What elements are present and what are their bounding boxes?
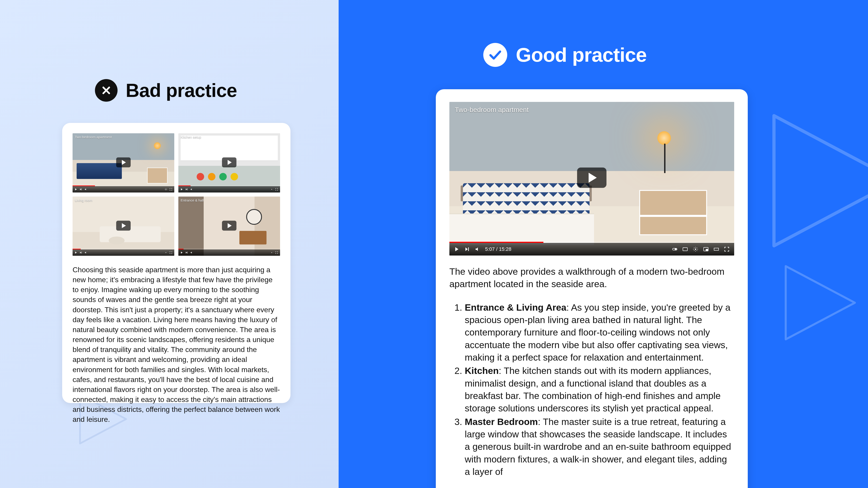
svg-rect-34 bbox=[706, 249, 708, 251]
check-circle-icon bbox=[483, 43, 507, 67]
svg-marker-19 bbox=[186, 252, 187, 254]
video-thumbnail[interactable]: Kitchen setup bbox=[178, 133, 280, 193]
svg-point-22 bbox=[272, 252, 272, 253]
volume-icon[interactable] bbox=[190, 188, 193, 191]
captions-icon[interactable] bbox=[682, 247, 688, 252]
svg-marker-21 bbox=[191, 252, 192, 254]
settings-icon[interactable] bbox=[164, 251, 167, 254]
theater-icon[interactable] bbox=[713, 247, 719, 252]
volume-icon[interactable] bbox=[190, 251, 193, 254]
good-practice-card: Two-bedroom apartment 5:07 / 15:28 The v… bbox=[436, 89, 748, 488]
play-icon[interactable] bbox=[180, 251, 183, 254]
svg-rect-5 bbox=[81, 188, 82, 190]
play-icon[interactable] bbox=[180, 188, 183, 191]
video-title: Kitchen setup bbox=[181, 135, 201, 139]
svg-marker-6 bbox=[85, 188, 86, 190]
bad-practice-card: Two-bedroom apartment Kitchen setup bbox=[62, 123, 290, 403]
next-icon[interactable] bbox=[185, 251, 188, 254]
svg-point-30 bbox=[675, 249, 676, 250]
fullscreen-icon[interactable] bbox=[169, 251, 173, 254]
svg-marker-25 bbox=[455, 247, 458, 251]
settings-icon[interactable] bbox=[164, 188, 167, 191]
bad-practice-header: Bad practice bbox=[95, 79, 237, 102]
good-practice-header: Good practice bbox=[483, 43, 647, 67]
video-title: Two-bedroom apartment bbox=[75, 135, 112, 139]
fullscreen-icon[interactable] bbox=[169, 188, 173, 191]
play-icon[interactable] bbox=[116, 221, 131, 231]
svg-point-7 bbox=[166, 189, 166, 190]
fullscreen-icon[interactable] bbox=[275, 188, 278, 191]
svg-rect-10 bbox=[187, 188, 188, 190]
play-triangle-decor bbox=[760, 99, 868, 262]
svg-marker-23 bbox=[774, 116, 868, 246]
play-icon[interactable] bbox=[74, 251, 78, 254]
svg-point-12 bbox=[272, 189, 272, 190]
play-icon[interactable] bbox=[222, 221, 237, 231]
svg-rect-20 bbox=[187, 252, 188, 254]
video-thumbnail[interactable]: Living room bbox=[72, 197, 174, 256]
next-icon[interactable] bbox=[79, 251, 83, 254]
svg-rect-27 bbox=[468, 248, 469, 251]
svg-point-17 bbox=[166, 252, 166, 253]
video-thumbnail[interactable]: Two-bedroom apartment bbox=[72, 133, 174, 193]
svg-marker-9 bbox=[186, 188, 187, 190]
play-icon[interactable] bbox=[454, 247, 460, 252]
settings-icon[interactable] bbox=[270, 251, 273, 254]
video-player[interactable]: Two-bedroom apartment 5:07 / 15:28 bbox=[450, 102, 734, 256]
list-item: Kitchen: The kitchen stands out with its… bbox=[465, 365, 734, 415]
play-icon[interactable] bbox=[577, 168, 607, 188]
svg-rect-15 bbox=[81, 252, 82, 254]
video-title: Entrance & hall bbox=[181, 198, 204, 202]
next-icon[interactable] bbox=[464, 247, 470, 252]
svg-marker-4 bbox=[80, 188, 81, 190]
video-thumbnail[interactable]: Entrance & hall bbox=[178, 197, 280, 256]
video-title: Two-bedroom apartment bbox=[455, 106, 529, 113]
next-icon[interactable] bbox=[185, 188, 188, 191]
svg-marker-3 bbox=[75, 188, 77, 191]
svg-marker-18 bbox=[181, 252, 183, 254]
volume-icon[interactable] bbox=[84, 251, 88, 254]
volume-icon[interactable] bbox=[84, 188, 88, 191]
settings-icon[interactable] bbox=[692, 247, 699, 252]
settings-icon[interactable] bbox=[270, 188, 273, 191]
play-triangle-decor bbox=[778, 258, 859, 348]
video-time: 5:07 / 15:28 bbox=[485, 246, 511, 252]
volume-icon[interactable] bbox=[475, 247, 480, 252]
svg-marker-24 bbox=[786, 266, 855, 339]
svg-rect-31 bbox=[683, 248, 687, 251]
good-feature-list: Entrance & Living Area: As you step insi… bbox=[450, 301, 734, 478]
good-practice-title: Good practice bbox=[516, 43, 647, 66]
next-icon[interactable] bbox=[79, 188, 83, 191]
svg-rect-35 bbox=[714, 248, 719, 250]
list-item: Entrance & Living Area: As you step insi… bbox=[465, 301, 734, 364]
fullscreen-icon[interactable] bbox=[275, 251, 278, 254]
svg-marker-11 bbox=[191, 188, 192, 190]
svg-marker-16 bbox=[85, 252, 86, 254]
svg-marker-14 bbox=[80, 252, 81, 254]
x-circle-icon bbox=[95, 79, 118, 102]
good-intro-text: The video above provides a walkthrough o… bbox=[450, 265, 734, 291]
svg-marker-28 bbox=[475, 248, 478, 251]
svg-marker-26 bbox=[465, 248, 468, 251]
bad-description-paragraph: Choosing this seaside apartment is more … bbox=[72, 265, 280, 424]
svg-marker-13 bbox=[75, 252, 77, 254]
svg-point-32 bbox=[695, 249, 696, 250]
play-icon[interactable] bbox=[74, 188, 78, 191]
play-icon[interactable] bbox=[222, 158, 237, 167]
bad-practice-panel: Bad practice Two-bedroom apartment bbox=[0, 0, 339, 488]
autoplay-icon[interactable] bbox=[672, 247, 678, 252]
fullscreen-icon[interactable] bbox=[724, 247, 730, 252]
svg-marker-8 bbox=[181, 188, 183, 191]
video-title: Living room bbox=[75, 198, 92, 202]
bad-practice-title: Bad practice bbox=[126, 79, 237, 101]
miniplayer-icon[interactable] bbox=[703, 247, 709, 252]
good-practice-panel: Good practice Two-bedroom apartment 5:07… bbox=[339, 0, 868, 488]
list-item: Master Bedroom: The master suite is a tr… bbox=[465, 416, 734, 478]
play-icon[interactable] bbox=[116, 158, 131, 167]
